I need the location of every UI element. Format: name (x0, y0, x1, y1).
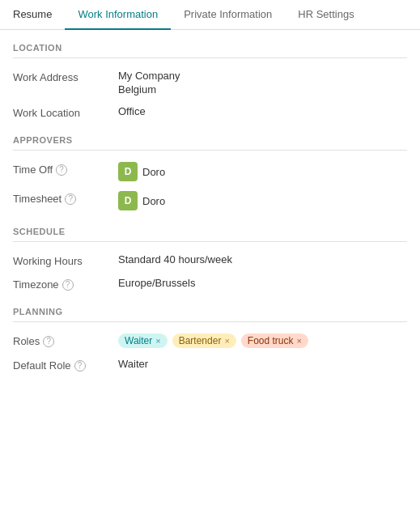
planning-section: PLANNING Roles ? Waiter × Bartender × (13, 307, 407, 372)
work-address-company[interactable]: My Company (118, 70, 407, 82)
tag-food-truck[interactable]: Food truck × (241, 333, 308, 348)
default-role-row: Default Role ? Waiter (13, 358, 407, 372)
tab-bar: Resume Work Information Private Informat… (0, 0, 420, 30)
tab-hr-settings[interactable]: HR Settings (285, 0, 367, 30)
time-off-help-icon[interactable]: ? (56, 164, 67, 176)
tag-waiter-close[interactable]: × (155, 336, 160, 346)
work-address-row: Work Address My Company Belgium (13, 70, 407, 96)
work-location-row: Work Location Office (13, 105, 407, 119)
timezone-value: Europe/Brussels (118, 277, 407, 289)
tab-resume[interactable]: Resume (0, 0, 65, 30)
tag-food-truck-close[interactable]: × (297, 336, 302, 346)
timesheet-help-icon[interactable]: ? (65, 193, 76, 205)
working-hours-row: Working Hours Standard 40 hours/week (13, 253, 407, 267)
work-location-value: Office (118, 105, 407, 117)
tag-bartender[interactable]: Bartender × (172, 333, 236, 348)
timezone-row: Timezone ? Europe/Brussels (13, 277, 407, 291)
roles-label: Roles ? (13, 333, 118, 347)
timesheet-approver: D Doro (118, 191, 165, 210)
timesheet-label: Timesheet ? (13, 191, 118, 205)
work-address-label: Work Address (13, 70, 118, 83)
work-address-country[interactable]: Belgium (118, 83, 407, 96)
default-role-value: Waiter (118, 358, 407, 370)
timesheet-avatar: D (118, 191, 138, 210)
location-section: LOCATION Work Address My Company Belgium… (13, 43, 407, 119)
tag-waiter[interactable]: Waiter × (118, 333, 168, 348)
time-off-avatar: D (118, 162, 138, 181)
approvers-header: APPROVERS (13, 135, 407, 151)
tag-food-truck-label: Food truck (248, 335, 294, 346)
tag-waiter-label: Waiter (125, 335, 152, 346)
timesheet-value: D Doro (118, 191, 407, 210)
working-hours-value: Standard 40 hours/week (118, 253, 407, 265)
time-off-value: D Doro (118, 162, 407, 181)
roles-tags: Waiter × Bartender × Food truck × (118, 333, 407, 348)
work-address-value: My Company Belgium (118, 70, 407, 96)
timesheet-approver-name: Doro (142, 195, 165, 207)
default-role-help-icon[interactable]: ? (74, 360, 86, 372)
time-off-approver-name: Doro (142, 166, 165, 178)
tag-bartender-label: Bartender (179, 335, 222, 346)
timezone-label: Timezone ? (13, 277, 118, 291)
working-hours-label: Working Hours (13, 253, 118, 267)
roles-row: Roles ? Waiter × Bartender × Food truck … (13, 333, 407, 348)
roles-help-icon[interactable]: ? (43, 336, 54, 347)
timezone-help-icon[interactable]: ? (62, 279, 74, 291)
tab-work-information[interactable]: Work Information (65, 0, 171, 30)
approvers-section: APPROVERS Time Off ? D Doro Timesheet ? … (13, 135, 407, 210)
roles-value: Waiter × Bartender × Food truck × (118, 333, 407, 348)
tab-private-information[interactable]: Private Information (171, 0, 285, 30)
default-role-label: Default Role ? (13, 358, 118, 372)
schedule-header: SCHEDULE (13, 227, 407, 242)
tag-bartender-close[interactable]: × (224, 336, 229, 346)
time-off-row: Time Off ? D Doro (13, 162, 407, 181)
timesheet-row: Timesheet ? D Doro (13, 191, 407, 210)
planning-header: PLANNING (13, 307, 407, 322)
schedule-section: SCHEDULE Working Hours Standard 40 hours… (13, 227, 407, 291)
location-header: LOCATION (13, 43, 407, 58)
main-content: LOCATION Work Address My Company Belgium… (0, 30, 420, 407)
time-off-approver: D Doro (118, 162, 165, 181)
time-off-label: Time Off ? (13, 162, 118, 176)
work-location-label: Work Location (13, 105, 118, 119)
